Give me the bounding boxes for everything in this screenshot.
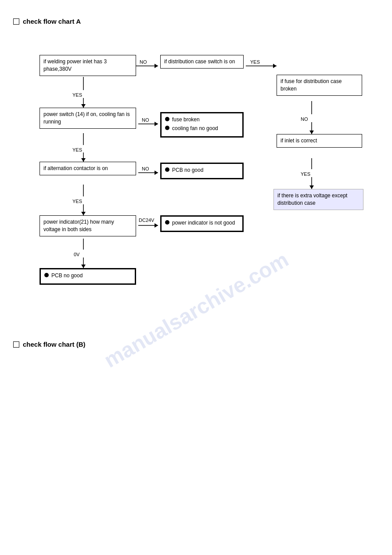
svg-text:NO: NO: [142, 166, 149, 171]
svg-text:YES: YES: [301, 171, 310, 177]
flowchart-a: YES NO YES NO YES YES: [13, 33, 379, 319]
box-power-ind-notgood: power indicator is not good: [160, 215, 244, 232]
box-welding-inlet: if welding power inlet has 3 phase,380V: [40, 55, 136, 76]
svg-text:YES: YES: [72, 199, 82, 204]
box-pcb-bottom: PCB no good: [40, 268, 136, 285]
svg-marker-8: [273, 64, 277, 68]
box-inlet-cable: if inlet is correct: [277, 134, 362, 148]
svg-text:YES: YES: [250, 59, 260, 65]
svg-text:0V: 0V: [74, 252, 80, 257]
svg-marker-38: [81, 265, 86, 268]
chart-b-title: check flow chart (B): [13, 341, 379, 348]
bullet-fuse-icon: [165, 117, 169, 121]
svg-marker-33: [155, 223, 158, 228]
svg-marker-17: [309, 185, 314, 189]
box-dist-switch: if distribution case switch is on: [160, 55, 244, 69]
svg-marker-13: [309, 131, 314, 134]
svg-marker-30: [155, 170, 158, 175]
svg-text:DC24V: DC24V: [139, 218, 155, 223]
bullet-pcb-icon: [165, 167, 169, 172]
box-alt-contactor: if alternation contactor is on: [40, 162, 136, 175]
svg-marker-5: [155, 64, 158, 68]
chart-a-checkbox[interactable]: [13, 18, 19, 25]
box-power-switch: power switch (14) if on, cooling fan is …: [40, 108, 136, 129]
box-pcb-middle: PCB no good: [160, 163, 244, 179]
flowchart-b: NO YES NO YES NO YES NO: [13, 356, 379, 555]
box-fuse-cooling: fuse broken cooling fan no good: [160, 112, 244, 138]
flowchart-b-arrows: NO YES NO YES NO YES NO: [13, 356, 379, 555]
svg-text:NO: NO: [142, 117, 149, 123]
svg-text:YES: YES: [72, 147, 82, 152]
svg-text:NO: NO: [140, 59, 147, 65]
box-extra-voltage: if there is extra voltage except distrib…: [273, 189, 363, 210]
box-power-indicator: power indicator(21) how many voltage in …: [40, 215, 136, 236]
bullet-pind-icon: [165, 220, 169, 225]
svg-marker-3: [81, 104, 86, 108]
svg-marker-23: [155, 122, 158, 126]
bullet-icon: [44, 273, 49, 277]
bullet-cooling-icon: [165, 126, 169, 130]
chart-a-title: check flow chart A: [13, 18, 379, 25]
chart-b-checkbox[interactable]: [13, 341, 19, 348]
svg-text:YES: YES: [72, 92, 82, 98]
svg-text:NO: NO: [301, 116, 308, 122]
svg-marker-21: [81, 158, 86, 162]
svg-marker-28: [81, 212, 86, 215]
box-fuse-dist: if fuse for distribution case broken: [277, 75, 362, 96]
